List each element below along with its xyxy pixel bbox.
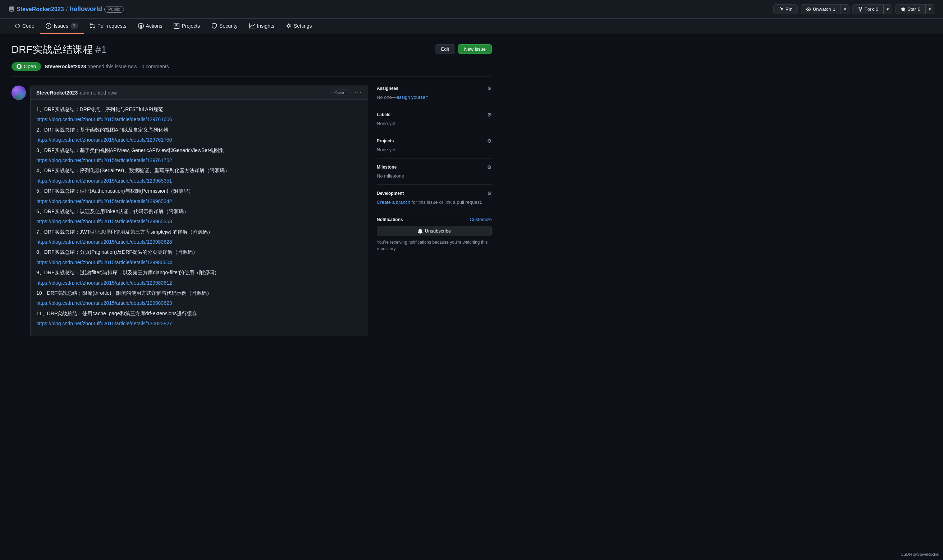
tab-actions-label: Actions xyxy=(146,23,163,29)
fork-dropdown-button[interactable]: ▾ xyxy=(883,4,892,14)
projects-value: None yet xyxy=(377,147,395,152)
watermark: CSDN @SteveRocket xyxy=(901,552,939,556)
security-icon xyxy=(211,23,217,29)
pin-button[interactable]: Pin xyxy=(773,4,798,14)
unsubscribe-button[interactable]: Unsubscribe xyxy=(377,226,492,236)
assign-yourself-link[interactable]: assign yourself xyxy=(397,95,428,100)
repo-name[interactable]: helloworld xyxy=(70,5,102,13)
unwatch-label: Unwatch xyxy=(813,6,831,12)
nav-tabs: Code Issues 1 Pull requests Actions Proj… xyxy=(0,19,943,34)
org-name[interactable]: SteveRocket2023 xyxy=(17,6,64,12)
sidebar-assignees-gear[interactable]: ⚙ xyxy=(487,86,492,91)
tab-security[interactable]: Security xyxy=(206,19,243,34)
comment-link[interactable]: https://blog.csdn.net/zhouruifu2015/arti… xyxy=(36,198,172,204)
sidebar-development-header: Development ⚙ xyxy=(377,191,492,196)
issue-author[interactable]: SteveRocket2023 xyxy=(45,64,86,69)
pin-button-group: Pin xyxy=(773,4,798,14)
unwatch-dropdown-button[interactable]: ▾ xyxy=(840,4,849,14)
status-dot xyxy=(17,64,22,69)
issues-badge: 1 xyxy=(71,23,78,29)
projects-icon xyxy=(174,23,179,29)
comment-author[interactable]: SteveRocket2023 xyxy=(36,90,78,95)
tab-pull-requests[interactable]: Pull requests xyxy=(84,19,132,34)
owner-badge: Owner xyxy=(331,89,351,96)
comment-wrapper: SteveRocket2023 commented now Owner ··· xyxy=(11,86,368,336)
edit-button[interactable]: Edit xyxy=(435,44,455,54)
sidebar-projects-header: Projects ⚙ xyxy=(377,138,492,144)
star-button-group: Star 0 ▾ xyxy=(895,4,934,14)
tab-projects-label: Projects xyxy=(182,23,200,29)
fork-label: Fork xyxy=(865,6,874,12)
issue-header: DRF实战总结课程 #1 Edit New issue xyxy=(11,43,492,57)
comment-link[interactable]: https://blog.csdn.net/zhouruifu2015/arti… xyxy=(36,280,172,286)
sidebar-development-title: Development xyxy=(377,191,404,196)
sidebar-projects-title: Projects xyxy=(377,138,394,143)
issue-meta-text: SteveRocket2023 opened this issue now · … xyxy=(45,64,169,69)
notifications-header: Notifications Customize xyxy=(377,217,492,222)
new-issue-button[interactable]: New issue xyxy=(458,44,492,54)
fork-count: 0 xyxy=(876,6,878,12)
sidebar-labels-header: Labels ⚙ xyxy=(377,112,492,117)
comment-text-line: 4、DRF实战总结：序列化器(Serializer)、数据验证、重写序列化器方法… xyxy=(36,166,362,174)
comment-link[interactable]: https://blog.csdn.net/zhouruifu2015/arti… xyxy=(36,137,172,143)
more-options-button[interactable]: ··· xyxy=(354,89,362,96)
comment-box: SteveRocket2023 commented now Owner ··· xyxy=(30,86,368,336)
tab-settings[interactable]: Settings xyxy=(280,19,318,34)
comment-text-line: 7、DRF实战总结：JWT认证原理和使用及第三方库simplejwt 的详解（附… xyxy=(36,228,362,236)
main-content: DRF实战总结课程 #1 Edit New issue Open SteveRo… xyxy=(0,34,503,345)
comment-link[interactable]: https://blog.csdn.net/zhouruifu2015/arti… xyxy=(36,178,172,184)
unwatch-button-group: Unwatch 1 ▾ xyxy=(801,4,849,14)
star-dropdown-button[interactable]: ▾ xyxy=(925,4,934,14)
comment-link[interactable]: https://blog.csdn.net/zhouruifu2015/arti… xyxy=(36,300,172,306)
comment-text-line: 3、DRF实战总结：基于类的视图APIView, GenericAPIView和… xyxy=(36,146,362,154)
comment-link[interactable]: https://blog.csdn.net/zhouruifu2015/arti… xyxy=(36,260,172,265)
sidebar-milestone-gear[interactable]: ⚙ xyxy=(487,164,492,170)
repo-path: SteveRocket2023 / helloworld Public xyxy=(9,5,124,13)
public-badge: Public xyxy=(104,6,124,12)
comment-link[interactable]: https://blog.csdn.net/zhouruifu2015/arti… xyxy=(36,157,172,163)
tab-projects[interactable]: Projects xyxy=(168,19,206,34)
sidebar-assignees-header: Assignees ⚙ xyxy=(377,86,492,91)
pin-label: Pin xyxy=(786,6,792,12)
comment-link[interactable]: https://blog.csdn.net/zhouruifu2015/arti… xyxy=(36,239,172,245)
sidebar-milestone-title: Milestone xyxy=(377,165,397,170)
tab-insights-label: Insights xyxy=(257,23,274,29)
tab-actions[interactable]: Actions xyxy=(132,19,168,34)
avatar-inner xyxy=(11,86,26,100)
status-label: Open xyxy=(24,64,36,69)
tab-insights[interactable]: Insights xyxy=(243,19,280,34)
comment-header-right: Owner ··· xyxy=(331,89,362,96)
sidebar-labels-title: Labels xyxy=(377,112,391,117)
sidebar-labels-gear[interactable]: ⚙ xyxy=(487,112,492,117)
avatar xyxy=(11,86,26,100)
sidebar-development-gear[interactable]: ⚙ xyxy=(487,191,492,196)
insights-icon xyxy=(249,23,255,29)
top-actions: Pin Unwatch 1 ▾ Fork 0 ▾ Star xyxy=(773,4,934,14)
comment-section: SteveRocket2023 commented now Owner ··· xyxy=(11,86,368,336)
code-icon xyxy=(14,23,20,29)
actions-icon xyxy=(138,23,144,29)
create-branch-link[interactable]: Create a branch xyxy=(377,200,410,205)
comment-link[interactable]: https://blog.csdn.net/zhouruifu2015/arti… xyxy=(36,117,172,122)
sidebar-milestone-header: Milestone ⚙ xyxy=(377,164,492,170)
sidebar-projects-gear[interactable]: ⚙ xyxy=(487,138,492,144)
comment-body: 1、DRF实战总结：DRF特点、序列化与RESTful API规范https:/… xyxy=(31,100,368,336)
notifications-title: Notifications xyxy=(377,217,403,222)
assignees-value: No one—assign yourself xyxy=(377,95,428,100)
comment-link[interactable]: https://blog.csdn.net/zhouruifu2015/arti… xyxy=(36,321,172,326)
issue-title: DRF实战总结课程 #1 xyxy=(11,43,106,57)
issue-meta: Open SteveRocket2023 opened this issue n… xyxy=(11,62,492,77)
settings-icon xyxy=(286,23,292,29)
sidebar-projects: Projects ⚙ None yet xyxy=(377,132,492,158)
status-badge: Open xyxy=(11,62,41,71)
fork-button[interactable]: Fork 0 xyxy=(852,4,883,14)
star-button[interactable]: Star 0 xyxy=(895,4,925,14)
unwatch-button[interactable]: Unwatch 1 xyxy=(801,4,840,14)
tab-issues[interactable]: Issues 1 xyxy=(40,19,83,34)
repo-icon xyxy=(9,6,14,12)
customize-link[interactable]: Customize xyxy=(470,217,492,222)
tab-code[interactable]: Code xyxy=(9,19,40,34)
comment-link[interactable]: https://blog.csdn.net/zhouruifu2015/arti… xyxy=(36,218,172,224)
comment-text-line: 9、DRF实战总结：过滤(filter)与排序，以及第三方库django-fil… xyxy=(36,269,362,276)
pin-icon xyxy=(779,7,784,12)
